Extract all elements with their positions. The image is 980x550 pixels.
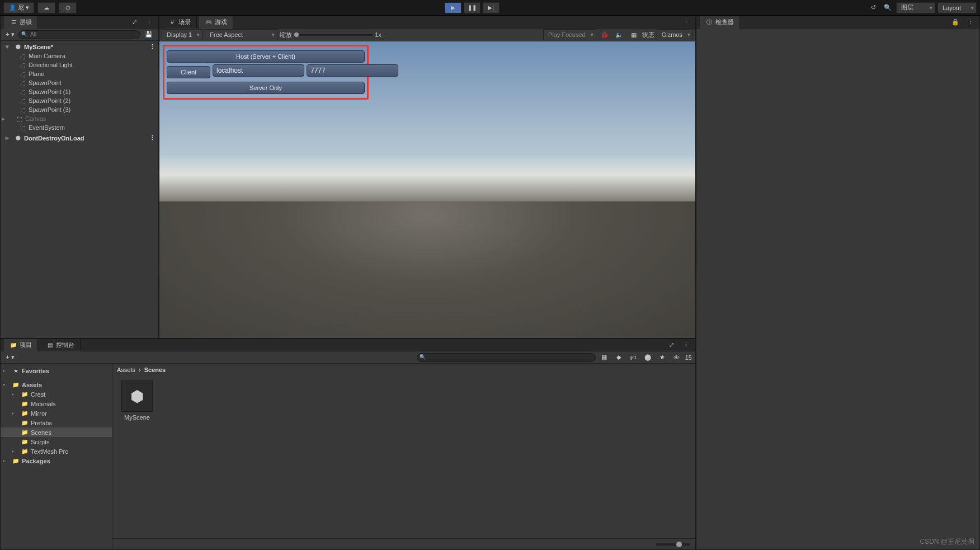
project-folder[interactable]: ▸📁Crest [1, 389, 112, 399]
scene-menu-button[interactable]: ⋮ [146, 42, 158, 52]
scene-tab[interactable]: #场景 [163, 16, 197, 29]
aspect-dropdown[interactable]: Free Aspect [205, 29, 277, 40]
gameobject-row[interactable]: ⬚SpawnPoint (2) [1, 96, 158, 105]
console-tab[interactable]: ▤控制台 [40, 339, 81, 351]
global-search-button[interactable]: 🔍 [882, 3, 894, 13]
create-asset-button[interactable]: + ▾ [4, 352, 16, 363]
game-toolbar: Display 1 Free Aspect 缩放 1x Play Focused… [159, 29, 695, 41]
inspector-body [696, 29, 979, 549]
cube-icon: ⬚ [18, 124, 26, 131]
cloud-button[interactable]: ☁ [37, 2, 55, 13]
account-name: 尼 [18, 3, 24, 12]
packages-folder[interactable]: ▸📁Packages [1, 456, 112, 466]
project-folder[interactable]: 📁Scenes [1, 427, 112, 437]
project-folder[interactable]: 📁Prefabs [1, 418, 112, 427]
playfocused-dropdown[interactable]: Play Focused [543, 29, 596, 40]
gameobject-row[interactable]: ⬚SpawnPoint (3) [1, 105, 158, 114]
mute-button[interactable]: 🔈 [613, 30, 625, 40]
chevron-right-icon: › [139, 366, 141, 373]
favorites-folder[interactable]: ▸★Favorites [1, 366, 112, 375]
hidden-count: 15 [685, 354, 692, 361]
scene-tab-label: 场景 [178, 18, 191, 26]
layout-dropdown[interactable]: Layout [937, 2, 977, 13]
hidden-toggle[interactable]: 👁 [671, 352, 683, 363]
scale-value: 1x [375, 31, 381, 38]
frame-debug-button[interactable]: ▦ [628, 30, 640, 40]
search-label-button[interactable]: 🏷 [627, 352, 639, 363]
favorite-button[interactable]: ★ [656, 352, 668, 363]
project-folder[interactable]: ▸📁Mirror [1, 408, 112, 418]
create-button[interactable]: + ▾ [4, 30, 16, 40]
gameobject-row[interactable]: ⬚SpawnPoint [1, 78, 158, 87]
hierarchy-tree: ▾⬢ MyScene* ⋮ ⬚Main Camera⬚Directional L… [1, 41, 158, 338]
game-tab[interactable]: 🎮游戏 [199, 16, 233, 29]
host-address-input[interactable] [213, 64, 304, 77]
breadcrumb-segment[interactable]: Scenes [144, 366, 166, 373]
hierarchy-panel: ☰层级 ⤢ ⋮ + ▾ All 💾 ▾⬢ MyScene* ⋮ ⬚Main Ca… [0, 16, 159, 339]
scene-root[interactable]: ▾⬢ MyScene* ⋮ [1, 42, 158, 51]
layers-dropdown[interactable]: 图层 [896, 2, 935, 13]
scene-dontdestroy[interactable]: ▸⬢ DontDestroyOnLoad ⋮ [1, 133, 158, 143]
lock-button[interactable]: 🔒 [949, 17, 962, 27]
panel-menu-button[interactable]: ⋮ [680, 340, 692, 350]
panel-menu-button[interactable]: ⋮ [964, 17, 976, 27]
hierarchy-search-input[interactable]: All [18, 30, 140, 39]
hierarchy-save-button[interactable]: 💾 [143, 30, 155, 40]
cube-icon: ⬚ [18, 106, 26, 114]
inspector-tab[interactable]: ⓘ检查器 [700, 16, 740, 29]
debug-icon[interactable]: 🐞 [599, 30, 611, 40]
gizmos-dropdown[interactable]: Gizmos [657, 29, 693, 40]
account-button[interactable]: 👤 尼 ▾ [3, 2, 34, 13]
project-search-input[interactable] [417, 353, 596, 362]
assets-folder[interactable]: ▾📁Assets [1, 380, 112, 389]
undo-history-button[interactable]: ↺ [867, 3, 879, 13]
panel-menu-button[interactable]: ⋮ [143, 17, 155, 27]
gameobject-row[interactable]: ⬚EventSystem [1, 123, 158, 132]
server-only-button[interactable]: Server Only [167, 82, 365, 94]
breadcrumb-segment[interactable]: Assets [117, 366, 135, 373]
star-icon: ★ [12, 367, 20, 375]
play-icon: ▶ [449, 4, 457, 12]
asset-item[interactable]: ⬢MyScene [117, 380, 157, 534]
folder-icon: 📁 [21, 400, 29, 408]
cube-icon: ⬚ [18, 70, 26, 78]
search-filter-button[interactable]: ▦ [598, 352, 610, 363]
host-button[interactable]: Host (Server + Client) [167, 50, 365, 63]
project-folder[interactable]: 📁Materials [1, 399, 112, 408]
thumbnail-zoom-slider[interactable] [656, 543, 690, 546]
stats-button[interactable]: 状态 [642, 31, 654, 39]
client-button[interactable]: Client [167, 66, 210, 78]
gameobject-row[interactable]: ⬚Directional Light [1, 60, 158, 69]
watermark: CSDN @王尼莫啊 [920, 537, 974, 547]
project-folder[interactable]: 📁Scirpts [1, 437, 112, 446]
scale-slider[interactable] [294, 34, 373, 36]
hierarchy-tab[interactable]: ☰层级 [4, 16, 38, 29]
gameobject-row[interactable]: ⬚SpawnPoint (1) [1, 87, 158, 96]
scene-menu-button[interactable]: ⋮ [146, 133, 158, 143]
display-dropdown[interactable]: Display 1 [162, 29, 202, 40]
gameobject-row[interactable]: ⬚Main Camera [1, 51, 158, 60]
history-button[interactable]: ◴ [59, 2, 77, 13]
panel-maximize-button[interactable]: ⤢ [128, 17, 140, 27]
folder-icon: 📁 [21, 429, 29, 436]
pause-button[interactable]: ❚❚ [464, 2, 480, 13]
game-viewport[interactable]: Host (Server + Client) Client Server Onl… [159, 41, 695, 338]
project-panel: 📁项目 ▤控制台 ⤢ ⋮ + ▾ ▦ ◆ 🏷 ⬤ ★ 👁 15 ▸★Favori… [0, 339, 696, 550]
search-log-button[interactable]: ⬤ [642, 352, 654, 363]
panel-menu-button[interactable]: ⋮ [680, 17, 692, 27]
folder-icon: 📁 [21, 410, 29, 417]
cube-icon: ⬚ [18, 79, 26, 87]
play-button[interactable]: ▶ [445, 2, 461, 13]
scene-name: MyScene* [24, 44, 53, 50]
inspector-tab-label: 检查器 [715, 18, 734, 26]
layout-label: Layout [943, 4, 961, 11]
gameobject-row[interactable]: ⬚Plane [1, 69, 158, 78]
gameobject-row[interactable]: ▸⬚Canvas [1, 114, 158, 123]
step-button[interactable]: ▶| [483, 2, 500, 13]
project-folder[interactable]: ▸📁TextMesh Pro [1, 446, 112, 456]
panel-maximize-button[interactable]: ⤢ [665, 340, 677, 350]
search-type-button[interactable]: ◆ [613, 352, 625, 363]
project-tab[interactable]: 📁项目 [4, 339, 38, 351]
asset-name: MyScene [124, 414, 150, 421]
port-input[interactable] [307, 64, 398, 77]
